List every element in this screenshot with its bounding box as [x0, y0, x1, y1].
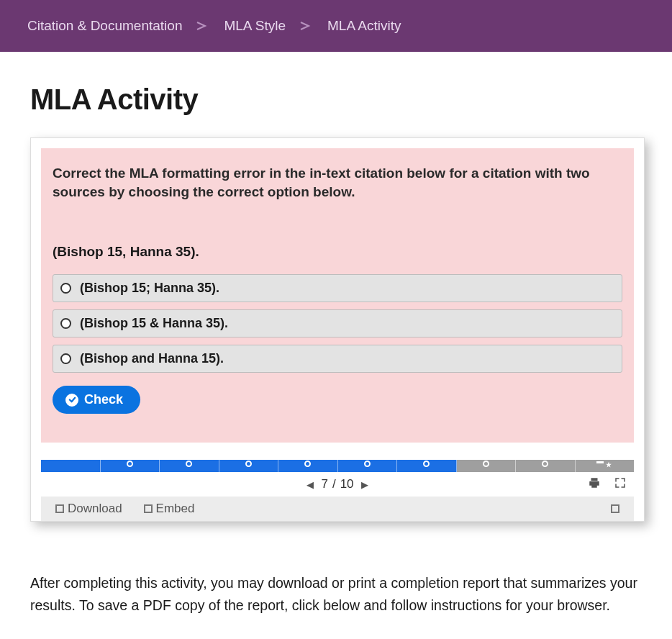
- fullscreen-icon[interactable]: [614, 476, 627, 493]
- progress-segment[interactable]: [219, 460, 279, 472]
- progress-dot-icon: [304, 461, 311, 467]
- progress-segment[interactable]: [457, 460, 517, 472]
- radio-icon: [60, 283, 71, 294]
- pager-total: 10: [340, 477, 354, 491]
- progress-dot-icon: [245, 461, 252, 467]
- after-text: After completing this activity, you may …: [30, 572, 645, 617]
- breadcrumb-item-2: MLA Activity: [327, 18, 401, 34]
- square-icon: [144, 504, 153, 513]
- answer-option[interactable]: (Bishop 15 & Hanna 35).: [53, 309, 622, 337]
- square-icon: [55, 504, 64, 513]
- pager-sep: /: [328, 477, 340, 491]
- progress-segment[interactable]: [338, 460, 398, 472]
- progress-segment[interactable]: [576, 460, 635, 472]
- next-button[interactable]: ▶: [354, 479, 376, 490]
- breadcrumb: Citation & Documentation MLA Style MLA A…: [0, 0, 672, 52]
- progress-dot-icon: [483, 461, 489, 467]
- breadcrumb-item-0[interactable]: Citation & Documentation: [27, 18, 182, 34]
- breadcrumb-item-1[interactable]: MLA Style: [224, 18, 286, 34]
- chevron-right-icon: [300, 22, 313, 30]
- progress-dot-icon: [127, 461, 133, 467]
- embed-button[interactable]: Embed: [144, 502, 195, 516]
- progress-segment[interactable]: [160, 460, 219, 472]
- prev-button[interactable]: ◀: [299, 479, 321, 490]
- answer-option[interactable]: (Bishop 15; Hanna 35).: [53, 274, 622, 302]
- check-button[interactable]: Check: [53, 386, 140, 414]
- pager-current: 7: [321, 477, 327, 491]
- progress-segment[interactable]: [516, 460, 576, 472]
- progress-dot-icon: [186, 461, 192, 467]
- answer-option-label: (Bishop 15; Hanna 35).: [80, 281, 219, 296]
- progress-dot-icon: [423, 461, 430, 467]
- check-circle-icon: [65, 394, 78, 407]
- download-button[interactable]: Download: [55, 502, 122, 516]
- progress-end-icon: [596, 461, 612, 468]
- progress-bar: [41, 460, 634, 472]
- quiz-widget: Correct the MLA formatting error in the …: [30, 137, 645, 522]
- question-example: (Bishop 15, Hanna 35).: [53, 244, 622, 260]
- chevron-right-icon: [196, 22, 209, 30]
- answer-option[interactable]: (Bishop and Hanna 15).: [53, 345, 622, 373]
- progress-segment[interactable]: [101, 460, 160, 472]
- quiz-card: Correct the MLA formatting error in the …: [41, 148, 634, 443]
- pager: ◀ 7 / 10 ▶: [41, 472, 634, 497]
- download-label: Download: [68, 502, 122, 516]
- answer-option-label: (Bishop 15 & Hanna 35).: [80, 316, 228, 331]
- check-button-label: Check: [84, 392, 123, 407]
- progress-segment[interactable]: [41, 460, 101, 472]
- widget-footer: Download Embed: [41, 497, 634, 521]
- question-text: Correct the MLA formatting error in the …: [53, 164, 622, 201]
- radio-icon: [60, 318, 71, 329]
- progress-segment[interactable]: [278, 460, 338, 472]
- embed-label: Embed: [156, 502, 195, 516]
- progress-dot-icon: [364, 461, 371, 467]
- page-title: MLA Activity: [30, 83, 645, 116]
- answer-option-label: (Bishop and Hanna 15).: [80, 351, 224, 366]
- progress-dot-icon: [542, 461, 548, 467]
- radio-icon: [60, 353, 71, 364]
- progress-segment[interactable]: [397, 460, 457, 472]
- square-icon[interactable]: [611, 504, 619, 513]
- print-icon[interactable]: [588, 476, 601, 493]
